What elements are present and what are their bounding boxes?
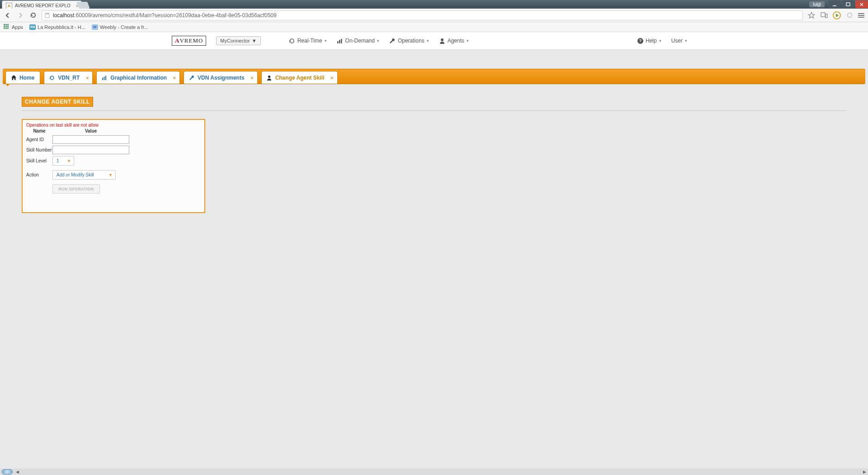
bottom-scrollbar[interactable]: ◀ ▶	[0, 469, 868, 475]
address-bar[interactable]: localhost:60009/avremo/cms/restful/Main?…	[42, 10, 803, 20]
menu-help[interactable]: ?Help▾	[637, 38, 661, 44]
chart-icon	[337, 38, 343, 44]
app-navbar: AVREMO MyConnector▼ Real-Time▾ On-Demand…	[0, 32, 868, 50]
home-icon	[10, 75, 17, 81]
favicon-icon: A	[6, 3, 12, 9]
bookmark-weebly[interactable]: W Weebly - Create a fr...	[92, 24, 148, 30]
agent-id-label: Agent ID	[26, 137, 52, 142]
menu-help-label: Help	[646, 38, 657, 44]
scroll-right-icon[interactable]: ▶	[862, 469, 867, 475]
caret-down-icon: ▼	[108, 173, 113, 177]
run-operation-button[interactable]: RUN OPERATION	[52, 184, 100, 194]
os-titlebar: luigi	[0, 0, 868, 9]
col-header-value: Value	[52, 128, 129, 133]
bookmark-repubblica[interactable]: R8 La Repubblica.it - H...	[29, 24, 85, 30]
apps-grid-icon	[4, 24, 10, 30]
col-header-name: Name	[26, 128, 52, 133]
forward-button[interactable]	[16, 11, 24, 19]
agent-id-input[interactable]	[52, 135, 129, 144]
svg-rect-7	[337, 41, 339, 43]
chart-icon	[101, 75, 108, 81]
caret-down-icon: ▼	[252, 38, 257, 43]
svg-point-14	[268, 75, 270, 77]
skill-number-input[interactable]	[52, 146, 129, 154]
menu-operations[interactable]: Operations▾	[389, 38, 429, 44]
tab-close-icon[interactable]: ×	[330, 75, 333, 81]
tab-vdn-assign-label: VDN Assignments	[198, 75, 245, 81]
person-icon	[439, 38, 445, 44]
tab-close-icon[interactable]: ×	[86, 75, 89, 81]
menu-user-label: User	[671, 38, 683, 44]
os-user-pill: luigi	[809, 1, 825, 7]
bookmark-rep-label: La Repubblica.it - H...	[38, 24, 85, 30]
caret-down-icon: ▼	[67, 159, 71, 163]
action-value: Add or Modify Skill	[57, 172, 94, 177]
tab-home-label: Home	[19, 75, 34, 81]
svg-rect-0	[833, 5, 836, 6]
svg-rect-8	[339, 40, 340, 43]
skill-level-label: Skill Level	[26, 158, 52, 163]
svg-rect-12	[104, 76, 105, 80]
svg-point-10	[441, 38, 443, 41]
device-icon[interactable]	[820, 12, 828, 19]
tab-change-agent-skill[interactable]: Change Agent Skill ×	[261, 71, 338, 84]
page-tabs: Home VDN_RT × Graphical Information × VD…	[3, 69, 865, 84]
svg-rect-11	[102, 78, 103, 80]
connector-value: MyConnector	[220, 38, 250, 43]
tab-vdn-rt[interactable]: VDN_RT ×	[44, 71, 93, 84]
skill-level-select[interactable]: 1 ▼	[52, 156, 74, 166]
back-button[interactable]	[4, 11, 12, 19]
person-icon	[266, 75, 273, 81]
scroll-left-icon[interactable]: ◀	[14, 469, 20, 475]
change-skill-form: Operations on last skill are not allow N…	[22, 119, 205, 213]
play-extension-icon[interactable]	[833, 11, 841, 19]
apps-label: Apps	[12, 24, 23, 30]
svg-rect-9	[341, 39, 342, 43]
url-host: localhost	[53, 12, 74, 19]
window-close-button[interactable]	[855, 0, 868, 8]
new-tab-button[interactable]	[76, 2, 90, 9]
apps-bookmark[interactable]: Apps	[4, 24, 23, 30]
window-minimize-button[interactable]	[828, 0, 841, 8]
chrome-menu-icon[interactable]	[858, 13, 864, 18]
app-logo: AVREMO	[172, 36, 206, 46]
window-maximize-button[interactable]	[842, 0, 854, 8]
url-path: /avremo/cms/restful/Main?session=26109da…	[91, 12, 277, 19]
repubblica-icon: R8	[29, 24, 36, 30]
tab-graph-label: Graphical Information	[110, 75, 167, 81]
weebly-icon: W	[92, 24, 98, 30]
svg-rect-1	[846, 3, 850, 6]
menu-realtime[interactable]: Real-Time▾	[289, 38, 327, 44]
reload-button[interactable]	[29, 11, 37, 19]
circle-ext-icon[interactable]	[845, 12, 854, 19]
menu-operations-label: Operations	[398, 38, 425, 44]
tab-close-icon[interactable]: ×	[173, 75, 176, 81]
star-icon[interactable]	[807, 12, 816, 19]
svg-point-6	[847, 13, 852, 18]
tab-change-skill-label: Change Agent Skill	[275, 75, 325, 81]
svg-rect-5	[826, 14, 827, 18]
svg-rect-13	[105, 76, 106, 80]
connector-select[interactable]: MyConnector▼	[216, 36, 260, 45]
skill-number-label: Skill Number	[26, 147, 52, 152]
menu-agents[interactable]: Agents▾	[439, 38, 469, 44]
start-orb-icon[interactable]	[2, 469, 13, 475]
wrench-icon	[189, 75, 195, 81]
wrench-icon	[389, 38, 396, 44]
svg-rect-4	[821, 13, 825, 17]
tab-home[interactable]: Home	[5, 71, 40, 84]
tab-close-icon[interactable]: ×	[250, 75, 253, 81]
tab-vdn-assignments[interactable]: VDN Assignments ×	[184, 71, 258, 84]
tab-graphical-info[interactable]: Graphical Information ×	[96, 71, 180, 84]
menu-ondemand-label: On-Demand	[345, 38, 375, 44]
url-port: :60009	[74, 12, 91, 19]
browser-toolbar: localhost:60009/avremo/cms/restful/Main?…	[0, 9, 868, 22]
section-title: CHANGE AGENT SKILL	[22, 97, 93, 107]
help-icon: ?	[637, 38, 643, 44]
action-select[interactable]: Add or Modify Skill ▼	[52, 170, 116, 180]
action-label: Action	[26, 172, 52, 177]
menu-user[interactable]: User▾	[671, 38, 687, 44]
menu-realtime-label: Real-Time	[297, 38, 322, 44]
menu-ondemand[interactable]: On-Demand▾	[337, 38, 379, 44]
browser-tab-title: AVREMO REPORT EXPLO	[15, 3, 71, 8]
